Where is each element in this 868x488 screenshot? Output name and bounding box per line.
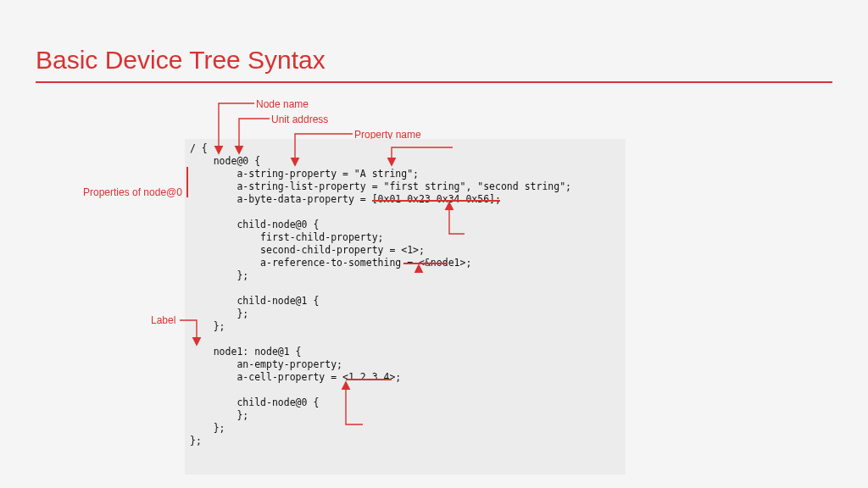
slide-title: Basic Device Tree Syntax [36, 46, 326, 75]
ann-properties-of: Properties of node@0 [83, 186, 182, 198]
title-rule [36, 81, 832, 83]
ann-unit-address: Unit address [271, 114, 328, 125]
code-block: / { node@0 { a-string-property = "A stri… [185, 139, 626, 474]
ann-node-name: Node name [256, 98, 309, 110]
ann-label: Label [151, 314, 175, 326]
slide: Basic Device Tree Syntax Node name Unit … [0, 0, 868, 488]
